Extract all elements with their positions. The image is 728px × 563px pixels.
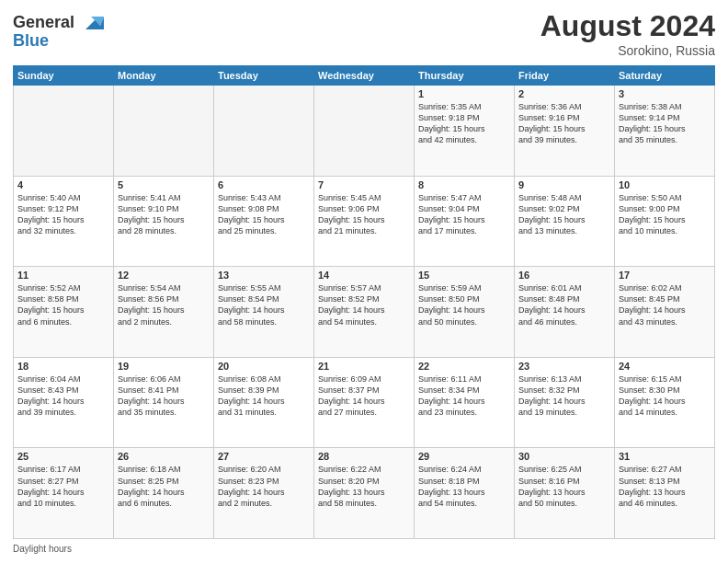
day-info: Sunrise: 6:11 AMSunset: 8:34 PMDaylight:… [418, 373, 510, 419]
page: General Blue August 2024 Sorokino, Russi… [0, 0, 728, 563]
day-cell: 4Sunrise: 5:40 AMSunset: 9:12 PMDaylight… [14, 176, 114, 267]
day-info: Sunrise: 5:54 AMSunset: 8:56 PMDaylight:… [118, 282, 210, 327]
day-cell: 15Sunrise: 5:59 AMSunset: 8:50 PMDayligh… [415, 267, 515, 358]
day-number: 27 [218, 451, 310, 462]
weekday-wednesday: Wednesday [314, 66, 415, 86]
day-number: 2 [518, 88, 610, 99]
week-row-3: 11Sunrise: 5:52 AMSunset: 8:58 PMDayligh… [14, 267, 715, 358]
daylight-hours-label: Daylight hours [13, 544, 72, 554]
day-number: 17 [619, 270, 711, 281]
day-cell: 7Sunrise: 5:45 AMSunset: 9:06 PMDaylight… [314, 176, 415, 267]
day-info: Sunrise: 6:08 AMSunset: 8:39 PMDaylight:… [218, 373, 310, 419]
day-number: 22 [418, 361, 510, 372]
day-cell: 1Sunrise: 5:35 AMSunset: 9:18 PMDaylight… [415, 86, 515, 177]
day-number: 15 [418, 270, 510, 281]
month-year: August 2024 [540, 9, 715, 43]
day-number: 13 [218, 270, 310, 281]
day-number: 30 [518, 451, 610, 462]
logo-icon [78, 9, 104, 35]
weekday-friday: Friday [515, 66, 615, 86]
day-cell: 25Sunrise: 6:17 AMSunset: 8:27 PMDayligh… [14, 448, 114, 539]
day-number: 12 [118, 270, 210, 281]
day-cell: 2Sunrise: 5:36 AMSunset: 9:16 PMDaylight… [515, 86, 615, 177]
logo: General Blue [13, 9, 104, 51]
day-cell: 23Sunrise: 6:13 AMSunset: 8:32 PMDayligh… [515, 357, 615, 448]
day-cell: 16Sunrise: 6:01 AMSunset: 8:48 PMDayligh… [515, 267, 615, 358]
day-cell: 22Sunrise: 6:11 AMSunset: 8:34 PMDayligh… [415, 357, 515, 448]
day-info: Sunrise: 6:24 AMSunset: 8:18 PMDaylight:… [418, 464, 510, 509]
day-info: Sunrise: 6:22 AMSunset: 8:20 PMDaylight:… [318, 464, 410, 509]
day-info: Sunrise: 6:27 AMSunset: 8:13 PMDaylight:… [619, 464, 711, 509]
day-info: Sunrise: 6:18 AMSunset: 8:25 PMDaylight:… [118, 464, 210, 509]
title-block: August 2024 Sorokino, Russia [540, 9, 715, 58]
day-cell: 28Sunrise: 6:22 AMSunset: 8:20 PMDayligh… [314, 448, 415, 539]
footer: Daylight hours [13, 544, 715, 554]
day-number: 19 [118, 361, 210, 372]
day-info: Sunrise: 6:06 AMSunset: 8:41 PMDaylight:… [118, 373, 210, 419]
day-number: 3 [619, 88, 711, 99]
day-number: 6 [218, 179, 310, 190]
logo-general: General [13, 13, 74, 32]
day-cell: 17Sunrise: 6:02 AMSunset: 8:45 PMDayligh… [615, 267, 715, 358]
day-number: 24 [619, 361, 711, 372]
day-cell [214, 86, 314, 177]
day-info: Sunrise: 5:50 AMSunset: 9:00 PMDaylight:… [619, 192, 711, 237]
day-number: 9 [518, 179, 610, 190]
day-info: Sunrise: 5:57 AMSunset: 8:52 PMDaylight:… [318, 282, 410, 327]
day-cell [114, 86, 214, 177]
day-info: Sunrise: 5:55 AMSunset: 8:54 PMDaylight:… [218, 282, 310, 327]
header: General Blue August 2024 Sorokino, Russi… [13, 9, 715, 58]
day-cell: 8Sunrise: 5:47 AMSunset: 9:04 PMDaylight… [415, 176, 515, 267]
day-info: Sunrise: 5:48 AMSunset: 9:02 PMDaylight:… [518, 192, 610, 237]
day-cell: 12Sunrise: 5:54 AMSunset: 8:56 PMDayligh… [114, 267, 214, 358]
week-row-1: 1Sunrise: 5:35 AMSunset: 9:18 PMDaylight… [14, 86, 715, 177]
day-cell: 30Sunrise: 6:25 AMSunset: 8:16 PMDayligh… [515, 448, 615, 539]
day-info: Sunrise: 5:38 AMSunset: 9:14 PMDaylight:… [619, 101, 711, 146]
day-number: 5 [118, 179, 210, 190]
week-row-2: 4Sunrise: 5:40 AMSunset: 9:12 PMDaylight… [14, 176, 715, 267]
day-cell: 6Sunrise: 5:43 AMSunset: 9:08 PMDaylight… [214, 176, 314, 267]
day-info: Sunrise: 6:01 AMSunset: 8:48 PMDaylight:… [518, 282, 610, 327]
day-info: Sunrise: 5:45 AMSunset: 9:06 PMDaylight:… [318, 192, 410, 237]
day-info: Sunrise: 5:40 AMSunset: 9:12 PMDaylight:… [17, 192, 109, 237]
weekday-saturday: Saturday [615, 66, 715, 86]
day-info: Sunrise: 6:13 AMSunset: 8:32 PMDaylight:… [518, 373, 610, 419]
day-cell: 11Sunrise: 5:52 AMSunset: 8:58 PMDayligh… [14, 267, 114, 358]
day-number: 7 [318, 179, 410, 190]
calendar-table: SundayMondayTuesdayWednesdayThursdayFrid… [13, 65, 715, 539]
day-number: 10 [619, 179, 711, 190]
weekday-tuesday: Tuesday [214, 66, 314, 86]
day-cell: 5Sunrise: 5:41 AMSunset: 9:10 PMDaylight… [114, 176, 214, 267]
weekday-sunday: Sunday [14, 66, 114, 86]
day-number: 8 [418, 179, 510, 190]
weekday-thursday: Thursday [415, 66, 515, 86]
day-number: 26 [118, 451, 210, 462]
weekday-monday: Monday [114, 66, 214, 86]
day-cell [314, 86, 415, 177]
day-cell: 21Sunrise: 6:09 AMSunset: 8:37 PMDayligh… [314, 357, 415, 448]
day-cell: 18Sunrise: 6:04 AMSunset: 8:43 PMDayligh… [14, 357, 114, 448]
week-row-4: 18Sunrise: 6:04 AMSunset: 8:43 PMDayligh… [14, 357, 715, 448]
day-info: Sunrise: 6:15 AMSunset: 8:30 PMDaylight:… [619, 373, 711, 419]
day-cell: 14Sunrise: 5:57 AMSunset: 8:52 PMDayligh… [314, 267, 415, 358]
day-info: Sunrise: 5:47 AMSunset: 9:04 PMDaylight:… [418, 192, 510, 237]
day-cell: 29Sunrise: 6:24 AMSunset: 8:18 PMDayligh… [415, 448, 515, 539]
day-cell: 19Sunrise: 6:06 AMSunset: 8:41 PMDayligh… [114, 357, 214, 448]
day-number: 28 [318, 451, 410, 462]
day-info: Sunrise: 5:52 AMSunset: 8:58 PMDaylight:… [17, 282, 109, 327]
day-info: Sunrise: 6:25 AMSunset: 8:16 PMDaylight:… [518, 464, 610, 509]
day-number: 31 [619, 451, 711, 462]
day-number: 20 [218, 361, 310, 372]
day-cell: 31Sunrise: 6:27 AMSunset: 8:13 PMDayligh… [615, 448, 715, 539]
day-number: 11 [17, 270, 109, 281]
day-info: Sunrise: 5:41 AMSunset: 9:10 PMDaylight:… [118, 192, 210, 237]
location: Sorokino, Russia [540, 43, 715, 58]
day-cell: 26Sunrise: 6:18 AMSunset: 8:25 PMDayligh… [114, 448, 214, 539]
day-number: 25 [17, 451, 109, 462]
day-cell: 9Sunrise: 5:48 AMSunset: 9:02 PMDaylight… [515, 176, 615, 267]
day-info: Sunrise: 6:04 AMSunset: 8:43 PMDaylight:… [17, 373, 109, 419]
day-cell: 20Sunrise: 6:08 AMSunset: 8:39 PMDayligh… [214, 357, 314, 448]
day-number: 21 [318, 361, 410, 372]
day-info: Sunrise: 5:43 AMSunset: 9:08 PMDaylight:… [218, 192, 310, 237]
day-number: 1 [418, 88, 510, 99]
